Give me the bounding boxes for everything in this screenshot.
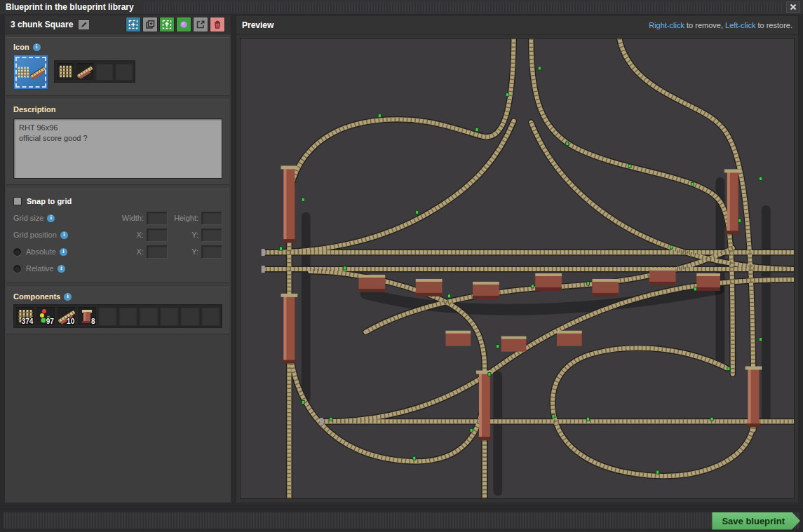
update-contents-icon [162,20,172,29]
blueprint-preview[interactable] [240,38,795,499]
update-contents-button[interactable] [159,17,175,32]
component-slot-rail-signal[interactable]: 97 [36,306,55,326]
preview-panel: Preview Right-click to remove, Left-clic… [236,15,799,503]
snap-to-grid-label: Snap to grid [27,197,72,205]
absolute-label: Absolute [26,247,56,256]
grid-position-x-input[interactable] [147,229,168,242]
save-blueprint-button[interactable]: Save blueprint [712,512,800,530]
rail-icon [16,65,30,79]
description-section: Description RHT 96x96 official score goo… [6,100,229,185]
window-title: Blueprint in the blueprint library [6,2,144,12]
blueprint-settings-body: Icon i [5,34,231,503]
component-slot-rail-support[interactable]: 8 [77,306,96,326]
pencil-icon [81,21,88,28]
components-strip: 374 97 [13,304,222,328]
relative-label: Relative [26,264,54,273]
components-section: Components i 374 [6,287,229,334]
icon-slot-4[interactable] [115,62,133,81]
component-slot-empty[interactable] [201,306,220,326]
delete-icon [212,20,222,29]
window-titlebar: Blueprint in the blueprint library [0,0,803,14]
filter-toggle-icon [179,20,189,29]
x-label: X: [137,231,144,239]
rail-icon [17,308,34,325]
y-label: Y: [191,231,198,239]
blueprint-settings-panel: 3 chunk Square [4,15,231,503]
absolute-radio[interactable] [13,248,21,256]
description-section-label: Description [13,105,56,114]
left-click-hint: Left-click [725,21,755,29]
info-icon: i [58,265,65,273]
info-icon: i [64,293,72,301]
absolute-y-input[interactable] [201,245,222,259]
export-string-button[interactable] [193,17,208,32]
rename-button[interactable] [78,20,90,30]
icon-section-label: Icon [13,43,29,51]
rail-ramp-icon [77,64,93,79]
dialog-footer: Save blueprint [0,509,803,532]
select-new-contents-icon [128,20,138,29]
copy-blueprint-button[interactable] [142,17,158,32]
footer-drag-handle[interactable] [3,512,800,529]
icon-slot-2[interactable] [76,62,94,81]
rail-icon [58,64,73,79]
grid-size-label: Grid size [13,214,43,222]
blueprint-subheader: 3 chunk Square [5,15,231,34]
titlebar-drag-handle[interactable] [144,2,782,12]
grid-height-input[interactable] [201,212,222,225]
info-icon: i [60,248,67,256]
blueprint-main-icon[interactable] [13,55,48,90]
x-label: X: [137,247,144,256]
info-icon: i [33,43,41,51]
grid-position-y-input[interactable] [201,229,222,242]
component-slot-empty[interactable] [139,306,158,326]
close-button[interactable] [786,1,800,13]
rail-signal-icon [37,308,54,325]
rail-ramp-icon [30,64,46,80]
icon-slot-3[interactable] [95,62,114,81]
select-new-contents-button[interactable] [126,17,141,32]
rail-junction-preview-image [241,39,794,498]
blueprint-toolbar [126,17,225,32]
preview-label: Preview [242,20,274,30]
y-label: Y: [191,247,198,256]
preview-hint: Right-click to remove, Left-click to res… [649,21,792,29]
component-slot-rail[interactable]: 374 [15,306,34,326]
copy-blueprint-icon [145,20,155,29]
component-slot-rail-ramp[interactable]: 10 [57,306,76,326]
icon-slot-strip [54,60,135,83]
components-section-label: Components [13,292,60,301]
component-slot-empty[interactable] [119,306,137,326]
grid-position-label: Grid position [13,231,57,239]
description-textarea[interactable]: RHT 96x96 official score good ? [13,118,222,179]
filter-toggle-button[interactable] [176,17,191,32]
right-click-hint: Right-click [649,21,684,29]
snap-to-grid-checkbox[interactable] [13,197,22,205]
description-line: RHT 96x96 [19,123,217,133]
info-icon: i [47,214,55,222]
icon-section: Icon i [6,37,229,96]
component-slot-empty[interactable] [160,306,179,326]
component-slot-empty[interactable] [180,306,199,326]
export-string-icon [196,20,205,29]
grid-width-input[interactable] [147,212,168,225]
info-icon: i [60,231,68,239]
close-icon [790,4,797,11]
delete-blueprint-button[interactable] [210,17,225,32]
rail-ramp-icon [58,308,75,325]
width-label: Width: [122,214,144,222]
description-line: official score good ? [19,133,217,144]
component-slot-empty[interactable] [98,306,117,326]
blueprint-name: 3 chunk Square [11,20,73,29]
height-label: Height: [174,214,198,222]
absolute-x-input[interactable] [147,245,168,259]
snap-to-grid-section: Snap to grid Grid sizei Width: Height: G… [6,189,229,283]
rail-support-towers [281,165,762,440]
rail-support-icon [79,308,95,325]
icon-slot-1[interactable] [56,62,74,81]
preview-subheader: Preview Right-click to remove, Left-clic… [236,16,798,35]
relative-radio[interactable] [13,265,21,273]
